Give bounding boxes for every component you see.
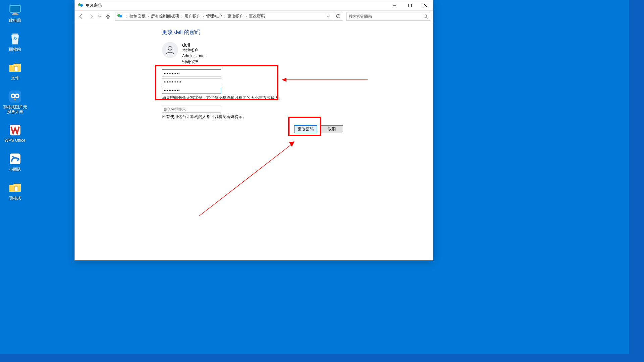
desktop-icon-label: WPS Office <box>5 138 25 143</box>
svg-rect-3 <box>12 14 18 15</box>
owl-icon <box>7 90 23 103</box>
desktop-icon-team[interactable]: 小团队 <box>2 152 29 172</box>
svg-point-10 <box>16 95 18 97</box>
svg-line-23 <box>426 17 428 18</box>
desktop-icon-label: 小团队 <box>9 167 21 172</box>
user-name: dell <box>182 42 206 48</box>
svg-rect-2 <box>13 13 17 14</box>
svg-point-9 <box>12 95 14 97</box>
refresh-button[interactable] <box>333 12 343 20</box>
svg-rect-5 <box>14 66 18 71</box>
breadcrumb[interactable]: 更改密码 <box>248 13 266 19</box>
desktop-icon-haigeshi[interactable]: 嗨格式 <box>2 181 29 200</box>
folder-icon <box>7 181 23 194</box>
desktop-icon-label: 嗨格式 <box>9 196 21 200</box>
nav-row: › 控制面板 › 所有控制面板项 › 用户帐户 › 管理帐户 › 更改帐户 › … <box>75 10 433 22</box>
search-icon[interactable] <box>421 14 430 19</box>
wps-icon <box>7 123 23 137</box>
desktop-icon-recycle-bin[interactable]: 回收站 <box>2 32 29 52</box>
desktop-icon-label: 回收站 <box>9 47 21 52</box>
up-button[interactable] <box>104 12 112 21</box>
hint-notice: 所有使用这台计算机的人都可以看见密码提示。 <box>162 114 433 120</box>
page-heading: 更改 dell 的密码 <box>162 29 433 36</box>
control-panel-icon <box>117 13 123 20</box>
maximize-button[interactable] <box>402 0 418 10</box>
chevron-right-icon: › <box>125 14 129 19</box>
desktop-icon-label: 文件 <box>11 76 19 80</box>
desktop-icon-this-pc[interactable]: 此电脑 <box>2 3 29 23</box>
folder-icon <box>7 61 23 74</box>
breadcrumb[interactable]: 管理帐户 <box>205 13 223 19</box>
back-button[interactable] <box>77 12 86 21</box>
cancel-button[interactable]: 取消 <box>320 125 343 133</box>
confirm-password-input[interactable] <box>162 87 221 94</box>
user-type: 本地帐户 <box>182 48 206 53</box>
current-password-input[interactable] <box>162 69 221 76</box>
svg-point-22 <box>424 15 427 17</box>
new-password-input[interactable] <box>162 78 221 85</box>
user-role: Administrator <box>182 53 206 59</box>
address-dropdown[interactable] <box>325 12 332 20</box>
chevron-right-icon: › <box>180 14 184 19</box>
breadcrumb[interactable]: 更改帐户 <box>227 13 244 19</box>
desktop-icon-enlarger[interactable]: 嗨格式图片无 损放大器 <box>2 90 29 114</box>
recycle-bin-icon <box>7 32 23 46</box>
svg-point-24 <box>168 46 172 50</box>
svg-point-15 <box>80 4 83 7</box>
chevron-right-icon: › <box>244 14 248 19</box>
desktop-icon-label: 此电脑 <box>9 18 21 23</box>
pc-icon <box>7 3 23 17</box>
breadcrumb[interactable]: 所有控制面板项 <box>150 13 180 19</box>
address-bar[interactable]: › 控制面板 › 所有控制面板项 › 用户帐户 › 管理帐户 › 更改帐户 › … <box>115 12 343 21</box>
caps-notice: 如果密码包含大写字母，它们每次都必须以相同的大小写方式输入。 <box>162 95 433 101</box>
team-icon <box>7 152 23 166</box>
forward-button[interactable] <box>87 12 96 21</box>
svg-point-21 <box>119 15 122 17</box>
window-title: 更改密码 <box>86 3 102 8</box>
user-pw-status: 密码保护 <box>182 59 206 65</box>
chevron-right-icon: › <box>223 14 227 19</box>
breadcrumb[interactable]: 控制面板 <box>129 13 146 19</box>
chevron-right-icon: › <box>146 14 150 19</box>
content-area: 更改 dell 的密码 dell 本地帐户 Administrator 密码保护… <box>75 22 433 260</box>
history-dropdown[interactable] <box>97 12 102 21</box>
desktop-icon-files[interactable]: 文件 <box>2 61 29 80</box>
change-password-button[interactable]: 更改密码 <box>294 125 317 133</box>
search-box[interactable] <box>346 12 430 21</box>
close-button[interactable] <box>418 0 433 10</box>
breadcrumb[interactable]: 用户帐户 <box>184 13 201 19</box>
chevron-right-icon: › <box>201 14 205 19</box>
change-password-window: 更改密码 <box>74 0 433 260</box>
desktop-icon-label: 嗨格式图片无 损放大器 <box>3 105 27 114</box>
svg-rect-13 <box>14 186 18 191</box>
svg-rect-1 <box>10 6 20 12</box>
user-avatar <box>162 42 178 58</box>
minimize-button[interactable] <box>387 0 402 10</box>
svg-rect-17 <box>409 4 412 7</box>
titlebar[interactable]: 更改密码 <box>75 0 433 10</box>
user-accounts-icon <box>77 2 84 8</box>
password-hint-input[interactable] <box>162 106 221 113</box>
search-input[interactable] <box>347 14 421 19</box>
desktop-icon-wps[interactable]: WPS Office <box>2 123 29 143</box>
svg-rect-4 <box>12 34 18 35</box>
